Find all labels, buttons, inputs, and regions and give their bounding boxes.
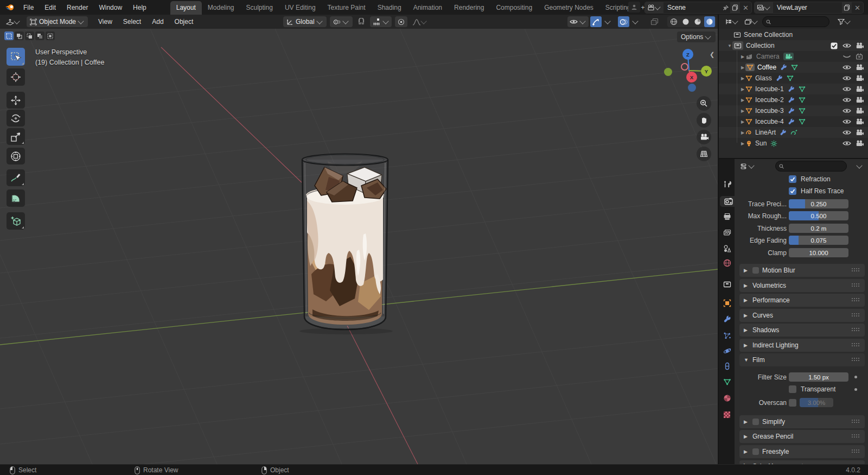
animate-dot[interactable] [854,376,857,378]
expand-icon[interactable]: ▶ [740,87,745,92]
gpencil-data-badge-icon[interactable] [790,129,797,136]
mesh-data-badge-icon[interactable] [791,64,798,71]
select-mode-invert[interactable] [35,31,44,40]
select-mode-subtract[interactable] [25,31,34,40]
outliner-row-icecube-1[interactable]: ▶ Icecube-1 [719,84,868,94]
transform-orientation-dropdown[interactable]: Global [283,16,327,27]
tab-modifiers[interactable] [722,314,732,325]
camera-view-button[interactable] [697,130,711,144]
outliner-row-coffee[interactable]: ▶ Coffee [719,62,868,73]
gizmo-axis-z[interactable]: Z [682,49,693,60]
collapse-icon[interactable]: ▼ [727,43,732,48]
animate-dot[interactable] [854,388,857,391]
snap-toggle[interactable] [356,16,367,27]
tab-compositing[interactable]: Compositing [490,1,538,15]
modifier-badge-icon[interactable] [788,118,795,125]
drag-handle-icon[interactable] [852,268,860,273]
outliner-row-icecube-2[interactable]: ▶ Icecube-2 [719,94,868,105]
overscan-slider[interactable]: 3.00% [800,398,833,407]
tab-texture-paint[interactable]: Texture Paint [322,1,372,15]
disable-render-icon[interactable] [856,129,864,136]
half-res-trace-checkbox[interactable] [789,187,796,195]
zoom-view-button[interactable] [697,96,711,111]
properties-search[interactable] [775,161,847,172]
hide-viewport-icon[interactable] [843,64,851,71]
pan-view-button[interactable] [697,113,711,128]
outliner-row-icecube-4[interactable]: ▶ Icecube-4 [719,116,868,127]
drag-handle-icon[interactable] [852,298,860,302]
outliner-editor-type-button[interactable] [723,16,741,27]
edge-fading-slider[interactable]: 0.075 [789,236,848,245]
thickness-field[interactable]: 0.2 m [789,224,848,233]
tab-physics[interactable] [722,345,732,356]
outliner-filter-button[interactable] [836,16,853,27]
modifier-badge-icon[interactable] [780,129,787,136]
gizmo-dropdown[interactable] [603,16,613,27]
options-button[interactable]: Options [677,31,716,42]
show-object-types-dropdown[interactable] [567,16,589,27]
drag-handle-icon[interactable] [852,328,860,332]
gizmo-axis-neg-y[interactable] [664,68,672,76]
drag-handle-icon[interactable] [852,343,860,347]
tab-particles[interactable] [722,330,732,341]
tool-scale[interactable] [7,128,25,145]
tab-sculpting[interactable]: Sculpting [240,1,279,15]
outliner-row-sun[interactable]: ▶ Sun [719,138,868,149]
section-film[interactable]: ▼Film [739,353,865,366]
expand-icon[interactable]: ▶ [740,119,745,124]
section-curves[interactable]: ▶Curves [739,309,865,322]
outliner-search-input[interactable] [774,17,826,26]
freestyle-checkbox[interactable] [752,448,759,455]
properties-options-chevron[interactable] [856,162,862,168]
remove-viewlayer-button[interactable]: ✕ [852,4,863,12]
gizmo-axis-y[interactable]: Y [701,66,712,77]
overscan-checkbox[interactable] [789,399,796,407]
menu-edit[interactable]: Edit [39,4,61,11]
camera-data-badge-icon[interactable] [783,53,794,60]
section-volumetrics[interactable]: ▶Volumetrics [739,279,865,292]
shading-rendered-button[interactable] [704,16,715,27]
expand-icon[interactable]: ▶ [740,54,745,59]
new-scene-button[interactable] [730,2,740,13]
mesh-data-badge-icon[interactable] [799,86,806,92]
outliner-row-icecube-3[interactable]: ▶ Icecube-3 [719,105,868,116]
disable-render-icon[interactable] [856,86,864,92]
menu-select[interactable]: Select [118,18,146,26]
section-performance[interactable]: ▶Performance [739,294,865,307]
editor-type-button[interactable] [4,16,22,27]
tab-geometry-nodes[interactable]: Geometry Nodes [538,1,599,15]
proportional-editing-toggle[interactable] [395,16,407,27]
hide-viewport-icon[interactable] [843,140,851,147]
shading-wireframe-button[interactable] [668,16,679,27]
unlink-scene-button[interactable]: ✕ [740,4,751,12]
tool-cursor[interactable] [7,68,25,86]
expand-icon[interactable]: ▶ [740,109,745,113]
hide-viewport-icon[interactable] [843,42,851,49]
modifier-badge-icon[interactable] [788,97,795,104]
expand-icon[interactable]: ▶ [740,130,745,135]
modifier-badge-icon[interactable] [780,64,787,71]
hide-viewport-icon[interactable] [843,118,851,125]
drag-handle-icon[interactable] [852,449,860,454]
tool-transform[interactable] [7,148,25,164]
trace-precision-slider[interactable]: 0.250 [789,199,848,208]
blender-logo-icon[interactable] [0,4,18,11]
disable-render-icon[interactable] [856,107,864,114]
collection-exclude-checkbox[interactable] [831,42,838,49]
tab-collection[interactable] [722,278,732,289]
select-mode-new[interactable] [4,31,14,40]
overlays-dropdown[interactable] [631,16,641,27]
simplify-checkbox[interactable] [752,419,759,425]
xray-toggle[interactable] [649,16,660,27]
tab-animation[interactable]: Animation [407,1,448,15]
tab-world[interactable] [722,257,732,268]
disable-render-icon[interactable] [856,75,864,81]
disable-render-icon[interactable] [856,118,864,125]
section-simplify[interactable]: ▶ Simplify [739,415,865,428]
tab-shading[interactable]: Shading [372,1,407,15]
section-shadows[interactable]: ▶Shadows [739,324,865,337]
modifier-badge-icon[interactable] [788,107,795,115]
hide-viewport-icon[interactable] [843,75,851,81]
show-gizmo-toggle[interactable] [590,16,602,27]
mode-dropdown[interactable]: Object Mode [27,16,88,27]
